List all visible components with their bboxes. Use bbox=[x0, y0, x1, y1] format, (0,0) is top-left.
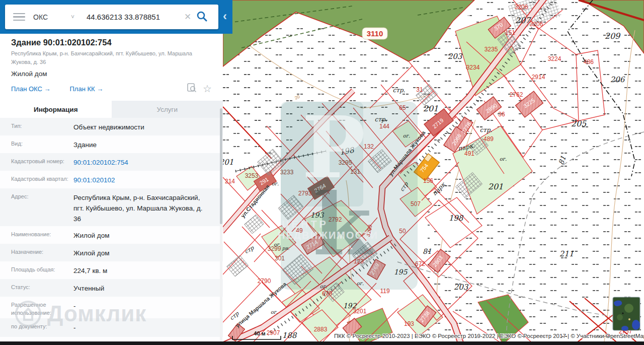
info-row: Площадь общая:224,7 кв. м bbox=[0, 261, 223, 279]
map-label: 201 bbox=[223, 158, 233, 167]
tab-information[interactable]: Информация bbox=[0, 101, 112, 118]
row-label: Кадастровый квартал: bbox=[0, 175, 73, 183]
cadastral-map[interactable]: 3110320620732062093701512033235323432244… bbox=[223, 0, 644, 345]
pkk-watermark: Р k ЦЕНТР НЕДВИЖИМОСТИ bbox=[278, 98, 418, 290]
map-label: 489 bbox=[484, 135, 494, 143]
row-value: Учтенный bbox=[73, 284, 121, 294]
info-row: Назначение:Жилой дом bbox=[0, 244, 223, 261]
map-label: стр. bbox=[393, 87, 406, 94]
row-value: 224,7 кв. м bbox=[73, 266, 124, 277]
object-title: Здание 90:01:020102:754 bbox=[11, 38, 223, 47]
bottom-bar bbox=[0, 341, 644, 345]
map-label: 156 bbox=[423, 177, 433, 184]
row-label: Площадь общая: bbox=[0, 266, 73, 274]
map-label: 201 bbox=[488, 182, 504, 191]
row-value: - bbox=[73, 301, 93, 312]
row-value: Республика Крым, р-н. Бахчисарайский, пг… bbox=[73, 193, 223, 225]
search-header: ОКС ˅ ✕ ‹ bbox=[0, 0, 232, 34]
row-value: Здание bbox=[73, 140, 114, 151]
favorite-star-icon[interactable]: ☆ bbox=[203, 84, 212, 93]
row-label: Вид: bbox=[0, 140, 73, 148]
clear-search-icon[interactable]: ✕ bbox=[184, 12, 191, 22]
map-label: 2762 bbox=[510, 91, 523, 98]
info-table: Тип:Объект недвижимостиВид:ЗданиеКадастр… bbox=[0, 118, 223, 345]
map-label: 2790 bbox=[258, 278, 271, 285]
map-label: 486 bbox=[584, 58, 594, 65]
map-label: 2907 bbox=[267, 329, 280, 336]
row-label: Наименование: bbox=[0, 231, 73, 239]
panel-scrollbar[interactable] bbox=[220, 108, 222, 341]
overview-minimap[interactable] bbox=[613, 297, 640, 331]
info-row: Тип:Объект недвижимости bbox=[0, 118, 223, 135]
map-label: 3234 bbox=[466, 64, 480, 71]
map-label: 201 bbox=[423, 104, 439, 113]
map-label: 151 bbox=[505, 29, 515, 36]
collapse-panel-button[interactable]: ‹ bbox=[223, 10, 227, 22]
map-label: 2914 bbox=[532, 74, 545, 81]
row-value-link[interactable]: 90:01:020102 bbox=[73, 175, 132, 186]
map-label: 203 bbox=[448, 52, 463, 61]
row-value-link[interactable]: 90:01:020102:754 bbox=[73, 158, 145, 168]
search-icon[interactable] bbox=[196, 11, 207, 24]
map-label: 3235 bbox=[485, 46, 498, 53]
map-label: 198 bbox=[449, 214, 464, 223]
panel-tabs: ИнформацияУслуги bbox=[0, 101, 223, 118]
map-label: 207 bbox=[515, 16, 531, 25]
center-watermark-line2: НЕДВИЖИМОСТИ bbox=[278, 230, 378, 241]
map-label: 206 bbox=[610, 75, 625, 84]
map-label: 81 bbox=[423, 247, 432, 255]
plan-oks-link[interactable]: План ОКС → bbox=[11, 85, 51, 93]
map-label: ог. bbox=[271, 309, 278, 315]
map-label: 205 bbox=[571, 119, 587, 128]
map-label: ог. bbox=[500, 156, 507, 162]
row-value: Жилой дом bbox=[73, 248, 127, 259]
row-label: Тип: bbox=[0, 122, 73, 130]
map-label: 31 bbox=[416, 86, 423, 93]
info-row: по документу:- bbox=[0, 318, 223, 337]
map-label: 3253 bbox=[245, 172, 259, 179]
map-label: 670 bbox=[322, 290, 332, 297]
info-row: Разрешенное использование:- bbox=[0, 297, 223, 318]
chevron-down-icon[interactable]: ˅ bbox=[71, 14, 74, 21]
center-watermark-line1: ЦЕНТР bbox=[282, 219, 329, 230]
map-label: стр. bbox=[480, 126, 493, 133]
info-row: Кадастровый квартал:90:01:020102 bbox=[0, 171, 223, 188]
object-kind: Жилой дом bbox=[11, 70, 223, 78]
map-label: 2883 bbox=[314, 326, 328, 333]
row-label: Адрес: bbox=[0, 193, 73, 201]
info-row: Вид:Здание bbox=[0, 135, 223, 153]
info-row: Статус:Учтенный bbox=[0, 279, 223, 297]
map-label: 209 bbox=[605, 31, 621, 41]
map-label: 188 bbox=[282, 331, 297, 340]
info-row: Кадастровый номер:90:01:020102:754 bbox=[0, 153, 223, 171]
row-label: Кадастровый номер: bbox=[0, 158, 73, 166]
search-bar: ОКС ˅ ✕ bbox=[5, 5, 218, 29]
map-label: 491 bbox=[464, 150, 474, 157]
info-row: Адрес:Республика Крым, р-н. Бахчисарайск… bbox=[0, 188, 223, 226]
object-address: Республика Крым, р-н. Бахчисарайский, пг… bbox=[11, 49, 203, 66]
tab-services[interactable]: Услуги bbox=[112, 101, 223, 118]
map-label: ог. bbox=[274, 242, 281, 247]
row-label: по документу: bbox=[0, 323, 73, 331]
view-plan-icon[interactable] bbox=[187, 83, 197, 95]
map-label: ог. bbox=[272, 181, 279, 186]
row-label: Назначение: bbox=[0, 248, 73, 256]
map-label: 214 bbox=[225, 178, 235, 185]
search-category-select[interactable]: ОКС bbox=[33, 13, 48, 21]
map-label: 3206 bbox=[530, 21, 543, 28]
object-info-panel: Здание 90:01:020102:754 Республика Крым,… bbox=[0, 34, 223, 341]
plan-kk-link[interactable]: План КК → bbox=[70, 85, 104, 93]
map-label: 3224 bbox=[548, 55, 561, 62]
info-row: Наименование:Жилой дом bbox=[0, 226, 223, 244]
map-label: 36 bbox=[498, 111, 505, 118]
row-label: Статус: bbox=[0, 284, 73, 292]
map-label: 203 bbox=[454, 283, 469, 292]
search-input[interactable] bbox=[86, 12, 183, 22]
map-label: 3206 bbox=[515, 4, 528, 11]
map-label: 3201 bbox=[353, 308, 367, 315]
menu-icon[interactable] bbox=[13, 11, 25, 23]
row-value: Жилой дом bbox=[73, 231, 127, 241]
row-label: Разрешенное использование: bbox=[0, 301, 73, 317]
map-label: 3110 bbox=[367, 29, 383, 38]
map-label: 193 bbox=[404, 320, 414, 327]
